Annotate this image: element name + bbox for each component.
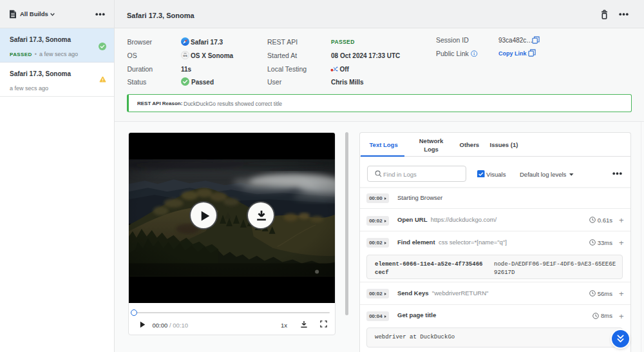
svg-text:os: os [183, 54, 187, 57]
